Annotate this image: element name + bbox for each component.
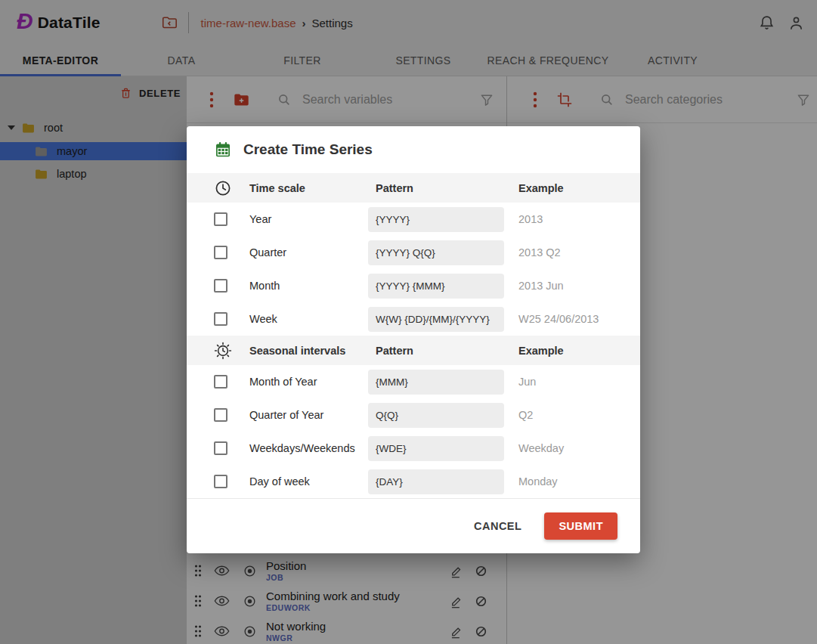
- submit-button[interactable]: SUBMIT: [544, 512, 617, 540]
- modal-footer: CANCEL SUBMIT: [187, 498, 640, 553]
- seasonal-row: Day of week Monday: [187, 465, 640, 498]
- checkbox[interactable]: [214, 475, 227, 488]
- example-value: Weekday: [518, 442, 617, 454]
- pattern-input[interactable]: [368, 370, 504, 395]
- pattern-input[interactable]: [368, 207, 504, 232]
- pattern-input[interactable]: [368, 469, 504, 494]
- row-label: Month of Year: [249, 376, 368, 388]
- checkbox[interactable]: [214, 375, 227, 389]
- seasonal-clock-icon: [214, 342, 249, 360]
- row-label: Month: [249, 280, 368, 292]
- example-value: Monday: [518, 475, 617, 488]
- time-scale-row: Month 2013 Jun: [187, 269, 640, 302]
- section-title: Seasonal intervals: [249, 345, 368, 357]
- checkbox[interactable]: [214, 212, 227, 226]
- pattern-input[interactable]: [368, 436, 504, 461]
- pattern-column-header: Pattern: [368, 345, 518, 357]
- clock-icon: [214, 179, 249, 197]
- calendar-icon: [214, 141, 232, 159]
- time-scale-row: Week W25 24/06/2013: [187, 302, 640, 336]
- pattern-column-header: Pattern: [368, 182, 518, 194]
- checkbox[interactable]: [214, 312, 227, 326]
- example-value: Jun: [518, 376, 617, 388]
- create-time-series-modal: Create Time Series Time scale Pattern Ex…: [187, 126, 640, 553]
- section-title: Time scale: [249, 182, 368, 194]
- example-value: 2013 Q2: [518, 246, 617, 259]
- example-value: Q2: [518, 409, 617, 421]
- time-scale-row: Year 2013: [187, 203, 640, 236]
- checkbox[interactable]: [214, 279, 227, 293]
- row-label: Quarter of Year: [249, 409, 368, 421]
- modal-title: Create Time Series: [243, 141, 373, 158]
- example-column-header: Example: [518, 345, 617, 357]
- cancel-button[interactable]: CANCEL: [474, 520, 521, 532]
- pattern-input[interactable]: [368, 274, 504, 299]
- pattern-input[interactable]: [368, 403, 504, 428]
- checkbox[interactable]: [214, 246, 227, 259]
- example-column-header: Example: [518, 182, 617, 194]
- seasonal-row: Weekdays/Weekends Weekday: [187, 432, 640, 465]
- checkbox[interactable]: [214, 408, 227, 422]
- seasonal-row: Month of Year Jun: [187, 365, 640, 398]
- time-scale-section-header: Time scale Pattern Example: [187, 173, 640, 203]
- row-label: Week: [249, 313, 368, 325]
- example-value: W25 24/06/2013: [518, 313, 617, 325]
- checkbox[interactable]: [214, 441, 227, 455]
- example-value: 2013: [518, 213, 617, 225]
- time-scale-row: Quarter 2013 Q2: [187, 236, 640, 269]
- seasonal-row: Quarter of Year Q2: [187, 398, 640, 432]
- row-label: Day of week: [249, 475, 368, 488]
- seasonal-section-header: Seasonal intervals Pattern Example: [187, 336, 640, 365]
- app-screen: Ɖ DataTile time-raw-new.base › Settings: [0, 0, 817, 644]
- pattern-input[interactable]: [368, 240, 504, 265]
- row-label: Weekdays/Weekends: [249, 442, 368, 454]
- modal-header: Create Time Series: [187, 126, 640, 173]
- pattern-input[interactable]: [368, 307, 504, 332]
- example-value: 2013 Jun: [518, 280, 617, 292]
- row-label: Year: [249, 213, 368, 225]
- row-label: Quarter: [249, 246, 368, 259]
